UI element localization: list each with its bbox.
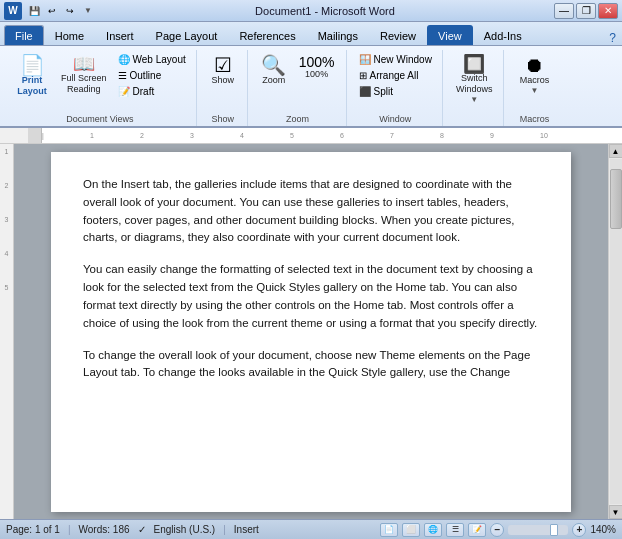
zoom-icon: 🔍 <box>261 55 286 75</box>
switch-windows-dropdown: ▼ <box>470 95 478 104</box>
outline-label: Outline <box>130 70 162 81</box>
tab-review[interactable]: Review <box>369 25 427 45</box>
tab-home[interactable]: Home <box>44 25 95 45</box>
quick-access-toolbar: 💾 ↩ ↪ ▼ <box>26 3 96 19</box>
outline-view-button[interactable]: ☰ <box>446 523 464 537</box>
print-layout-button[interactable]: 📄 PrintLayout <box>10 52 54 100</box>
switch-items: 🔲 SwitchWindows ▼ <box>451 52 498 126</box>
vertical-ruler: 1 2 3 4 5 <box>0 144 14 519</box>
title-bar-left: W 💾 ↩ ↪ ▼ <box>4 2 96 20</box>
minimize-button[interactable]: — <box>554 3 574 19</box>
vertical-scrollbar[interactable]: ▲ ▼ <box>608 144 622 519</box>
zoom-slider-thumb[interactable] <box>550 524 558 536</box>
horizontal-ruler: | 1 2 3 4 5 6 7 8 9 10 <box>0 128 622 144</box>
window-controls: — ❐ ✕ <box>554 3 618 19</box>
paragraph-1: On the Insert tab, the galleries include… <box>83 176 539 247</box>
scroll-down-button[interactable]: ▼ <box>609 505 623 519</box>
scroll-thumb[interactable] <box>610 169 622 229</box>
show-label: Show <box>211 75 234 86</box>
switch-windows-label: SwitchWindows <box>456 73 493 95</box>
edit-mode: Insert <box>234 524 259 535</box>
ribbon-group-document-views: 📄 PrintLayout 📖 Full ScreenReading 🌐 Web… <box>4 50 197 126</box>
zoom-label: Zoom <box>262 75 285 86</box>
tab-references[interactable]: References <box>228 25 306 45</box>
outline-button[interactable]: ☰ Outline <box>114 68 190 83</box>
restore-button[interactable]: ❐ <box>576 3 596 19</box>
web-layout-button[interactable]: 🌐 Web Layout <box>114 52 190 67</box>
undo-button[interactable]: ↩ <box>44 3 60 19</box>
show-button[interactable]: ☑ Show <box>205 52 241 89</box>
zoom-100-icon: 100% <box>299 55 335 69</box>
ribbon-group-show: ☑ Show Show <box>199 50 248 126</box>
ribbon-tab-bar: File Home Insert Page Layout References … <box>0 22 622 46</box>
tab-view[interactable]: View <box>427 25 473 45</box>
zoom-button[interactable]: 🔍 Zoom <box>256 52 292 89</box>
draft-view-button[interactable]: 📝 <box>468 523 486 537</box>
ribbon: 📄 PrintLayout 📖 Full ScreenReading 🌐 Web… <box>0 46 622 128</box>
draft-label: Draft <box>133 86 155 97</box>
web-layout-label: Web Layout <box>133 54 186 65</box>
zoom-in-button[interactable]: + <box>572 523 586 537</box>
zoom-percentage: 140% <box>590 524 616 535</box>
title-bar: W 💾 ↩ ↪ ▼ Document1 - Microsoft Word — ❐… <box>0 0 622 22</box>
zoom-slider[interactable] <box>508 525 568 535</box>
scroll-track[interactable] <box>610 159 622 504</box>
print-layout-label: PrintLayout <box>17 75 47 97</box>
split-icon: ⬛ <box>359 86 371 97</box>
split-label: Split <box>374 86 393 97</box>
help-icon[interactable]: ? <box>609 31 622 45</box>
outline-icon: ☰ <box>118 70 127 81</box>
split-button[interactable]: ⬛ Split <box>355 84 436 99</box>
print-layout-icon: 📄 <box>20 55 45 75</box>
redo-button[interactable]: ↪ <box>62 3 78 19</box>
new-window-button[interactable]: 🪟 New Window <box>355 52 436 67</box>
tab-file[interactable]: File <box>4 25 44 45</box>
macros-dropdown: ▼ <box>530 86 538 95</box>
window-small-group: 🪟 New Window ⊞ Arrange All ⬛ Split <box>355 52 436 99</box>
macros-icon: ⏺ <box>524 55 544 75</box>
paragraph-3: To change the overall look of your docum… <box>83 347 539 383</box>
web-layout-view-button[interactable]: 🌐 <box>424 523 442 537</box>
window-group-label: Window <box>349 114 442 124</box>
tab-insert[interactable]: Insert <box>95 25 145 45</box>
tab-add-ins[interactable]: Add-Ins <box>473 25 533 45</box>
new-window-label: New Window <box>374 54 432 65</box>
arrange-all-icon: ⊞ <box>359 70 367 81</box>
status-right: 📄 ⬜ 🌐 ☰ 📝 − + 140% <box>380 523 616 537</box>
zoom-out-button[interactable]: − <box>490 523 504 537</box>
tab-mailings[interactable]: Mailings <box>307 25 369 45</box>
word-icon: W <box>4 2 22 20</box>
status-bar: Page: 1 of 1 | Words: 186 ✓ English (U.S… <box>0 519 622 539</box>
window-title: Document1 - Microsoft Word <box>96 5 554 17</box>
scroll-up-button[interactable]: ▲ <box>609 144 623 158</box>
save-button[interactable]: 💾 <box>26 3 42 19</box>
show-group-label: Show <box>199 114 247 124</box>
draft-button[interactable]: 📝 Draft <box>114 84 190 99</box>
switch-windows-icon: 🔲 <box>463 55 485 73</box>
document-area: 1 2 3 4 5 On the Insert tab, the galleri… <box>0 144 622 519</box>
zoom-group-label: Zoom <box>250 114 346 124</box>
full-screen-icon: 📖 <box>73 55 95 73</box>
document-scroll-area[interactable]: On the Insert tab, the galleries include… <box>14 144 608 519</box>
spelling-check-icon[interactable]: ✓ <box>138 524 146 535</box>
arrange-all-button[interactable]: ⊞ Arrange All <box>355 68 436 83</box>
paragraph-2: You can easily change the formatting of … <box>83 261 539 332</box>
macros-button[interactable]: ⏺ Macros ▼ <box>512 52 556 98</box>
tab-page-layout[interactable]: Page Layout <box>145 25 229 45</box>
word-count: Words: 186 <box>79 524 130 535</box>
language-info: English (U.S.) <box>154 524 216 535</box>
full-screen-reading-button[interactable]: 📖 Full ScreenReading <box>56 52 112 98</box>
macros-label: Macros <box>520 75 550 86</box>
full-screen-view-button[interactable]: ⬜ <box>402 523 420 537</box>
web-layout-icon: 🌐 <box>118 54 130 65</box>
macros-group-label: Macros <box>506 114 562 124</box>
print-layout-view-button[interactable]: 📄 <box>380 523 398 537</box>
quick-access-dropdown[interactable]: ▼ <box>80 3 96 19</box>
switch-windows-button[interactable]: 🔲 SwitchWindows ▼ <box>451 52 498 107</box>
ruler-body: | 1 2 3 4 5 6 7 8 9 10 <box>42 128 622 143</box>
close-button[interactable]: ✕ <box>598 3 618 19</box>
ribbon-group-zoom: 🔍 Zoom 100% 100% Zoom <box>250 50 347 126</box>
show-icon: ☑ <box>214 55 232 75</box>
ribbon-group-macros: ⏺ Macros ▼ Macros <box>506 50 562 126</box>
zoom-100-button[interactable]: 100% 100% <box>294 52 340 83</box>
